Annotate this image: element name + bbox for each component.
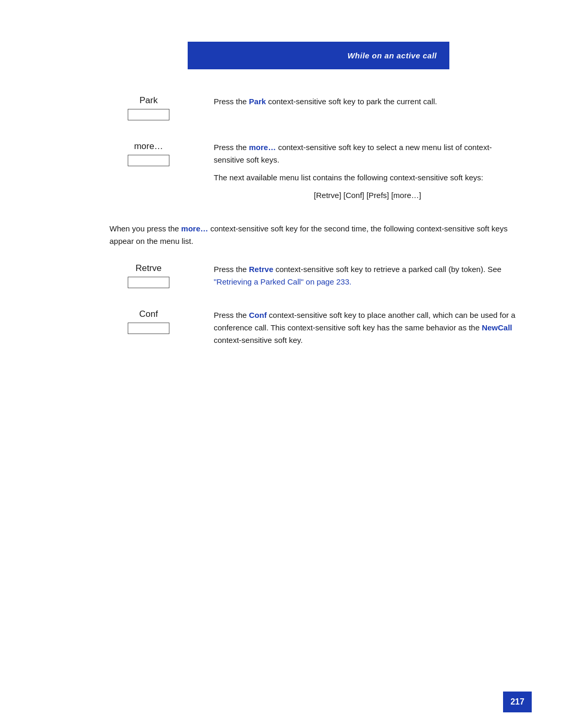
park-description: Press the Park context-sensitive soft ke…	[214, 95, 521, 108]
content-area: Park Press the Park context-sensitive so…	[0, 95, 563, 347]
retrve-desc-text: Press the Retrve context-sensitive soft …	[214, 263, 521, 288]
more-menu-list: [Retrve] [Conf] [Prefs] [more…]	[214, 189, 521, 202]
more-desc-text2: The next available menu list contains th…	[214, 171, 521, 184]
park-link[interactable]: Park	[249, 97, 266, 106]
more-label: more…	[134, 141, 163, 152]
page-number-box: 217	[503, 692, 532, 712]
conf-description: Press the Conf context-sensitive soft ke…	[214, 309, 521, 347]
more-section: more… Press the more… context-sensitive …	[109, 141, 521, 202]
retrve-visual: Retrve	[109, 263, 188, 288]
more-button	[128, 155, 169, 166]
more-link[interactable]: more…	[249, 143, 276, 152]
conf-desc-text: Press the Conf context-sensitive soft ke…	[214, 309, 521, 347]
retrve-description: Press the Retrve context-sensitive soft …	[214, 263, 521, 288]
park-label: Park	[140, 95, 158, 106]
more-visual: more…	[109, 141, 188, 166]
retrve-label: Retrve	[136, 263, 162, 274]
park-desc-text: Press the Park context-sensitive soft ke…	[214, 95, 521, 108]
conf-label: Conf	[139, 309, 158, 319]
park-button	[128, 109, 169, 120]
more-desc-text1: Press the more… context-sensitive soft k…	[214, 141, 521, 166]
page-number: 217	[510, 697, 524, 707]
retrve-page-link[interactable]: "Retrieving a Parked Call" on page 233.	[214, 277, 351, 286]
retrve-section: Retrve Press the Retrve context-sensitiv…	[109, 263, 521, 288]
more-description: Press the more… context-sensitive soft k…	[214, 141, 521, 202]
header-title: While on an active call	[347, 51, 437, 60]
conf-button	[128, 323, 169, 334]
page-container: While on an active call Park Press the P…	[0, 0, 563, 728]
note-paragraph: When you press the more… context-sensiti…	[109, 223, 521, 248]
retrve-button	[128, 277, 169, 288]
conf-link[interactable]: Conf	[249, 311, 267, 319]
conf-section: Conf Press the Conf context-sensitive so…	[109, 309, 521, 347]
retrve-link[interactable]: Retrve	[249, 265, 274, 274]
conf-visual: Conf	[109, 309, 188, 334]
park-section: Park Press the Park context-sensitive so…	[109, 95, 521, 120]
header-banner: While on an active call	[188, 42, 449, 69]
park-visual: Park	[109, 95, 188, 120]
newcall-link[interactable]: NewCall	[482, 323, 512, 332]
note-more-link[interactable]: more…	[181, 224, 209, 233]
